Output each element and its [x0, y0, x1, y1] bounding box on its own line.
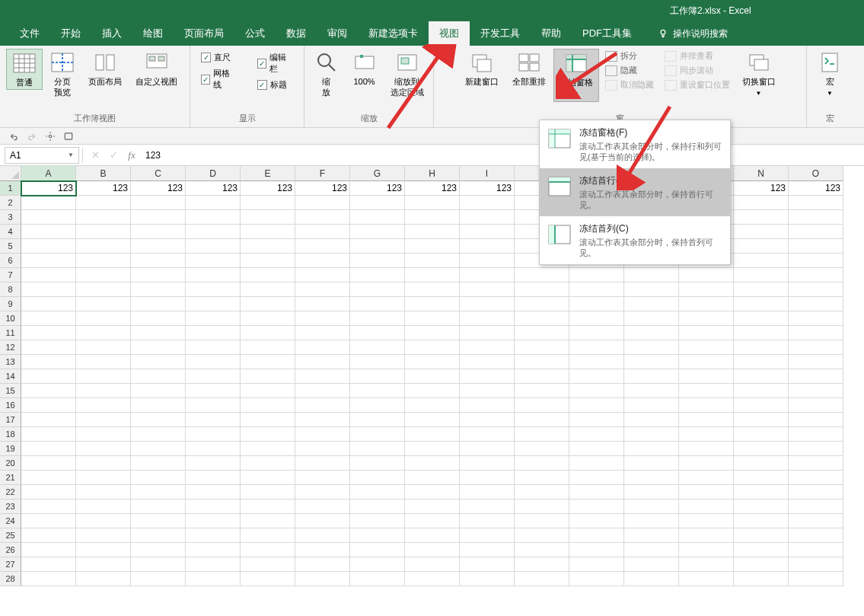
cell[interactable] — [76, 355, 131, 369]
cell[interactable] — [241, 196, 295, 210]
new-window-button[interactable]: 新建窗口 — [459, 49, 505, 88]
cell[interactable] — [186, 427, 241, 442]
cell[interactable] — [734, 210, 789, 225]
cell[interactable] — [131, 282, 186, 297]
page-layout-view-button[interactable]: 页面布局 — [82, 49, 128, 88]
cell[interactable] — [350, 543, 405, 557]
cell[interactable] — [76, 297, 131, 311]
page-break-preview-button[interactable]: 分页 预览 — [44, 49, 81, 99]
cell[interactable] — [569, 471, 624, 485]
cell[interactable] — [76, 485, 131, 500]
cell[interactable] — [734, 572, 789, 586]
cell[interactable] — [734, 500, 789, 514]
cell[interactable] — [789, 557, 843, 572]
cell[interactable] — [350, 326, 405, 340]
tab-new[interactable]: 新建选项卡 — [358, 21, 429, 46]
cell[interactable] — [295, 442, 350, 456]
cell[interactable] — [241, 254, 295, 268]
cell[interactable] — [569, 514, 624, 528]
cell[interactable] — [131, 413, 186, 427]
cell[interactable] — [679, 471, 734, 485]
cell[interactable] — [21, 471, 76, 485]
cell[interactable] — [186, 471, 241, 485]
cell[interactable] — [131, 528, 186, 543]
cell[interactable] — [679, 456, 734, 471]
tab-pdf[interactable]: PDF工具集 — [572, 21, 642, 46]
cell[interactable] — [789, 282, 843, 297]
cell[interactable] — [460, 500, 515, 514]
cell[interactable] — [186, 398, 241, 413]
cell[interactable] — [789, 340, 843, 355]
cell[interactable] — [131, 254, 186, 268]
touch-mode-button[interactable] — [41, 129, 59, 143]
cell[interactable] — [350, 557, 405, 572]
tab-help[interactable]: 帮助 — [531, 21, 572, 46]
cell[interactable] — [405, 456, 460, 471]
tab-formulas[interactable]: 公式 — [234, 21, 276, 46]
cell[interactable] — [734, 369, 789, 384]
cell[interactable] — [295, 528, 350, 543]
cell[interactable] — [569, 268, 624, 282]
cell[interactable] — [734, 254, 789, 268]
column-header[interactable]: N — [734, 166, 789, 181]
cell[interactable] — [679, 413, 734, 427]
cell[interactable]: 123 — [131, 181, 186, 196]
cell[interactable]: 123 — [350, 181, 405, 196]
cell[interactable] — [76, 398, 131, 413]
row-header[interactable]: 5 — [0, 239, 21, 254]
cell[interactable] — [679, 340, 734, 355]
cell[interactable] — [295, 340, 350, 355]
cell[interactable] — [569, 543, 624, 557]
cell[interactable] — [241, 311, 295, 326]
cell[interactable] — [186, 355, 241, 369]
cell[interactable] — [76, 239, 131, 254]
cell[interactable] — [515, 297, 569, 311]
cell[interactable] — [734, 543, 789, 557]
cell[interactable] — [569, 355, 624, 369]
cell[interactable] — [789, 254, 843, 268]
cell[interactable] — [789, 442, 843, 456]
cell[interactable] — [569, 326, 624, 340]
cell[interactable] — [295, 282, 350, 297]
split-button[interactable]: 拆分 — [605, 50, 654, 62]
cell[interactable] — [241, 210, 295, 225]
freeze-panes-button[interactable]: 冻结窗格 ▼ — [553, 49, 599, 102]
cell[interactable] — [295, 369, 350, 384]
formula-bar-checkbox[interactable]: 编辑栏 — [257, 52, 294, 75]
cell[interactable] — [186, 500, 241, 514]
cell[interactable] — [405, 413, 460, 427]
cell[interactable] — [76, 572, 131, 586]
cell[interactable] — [515, 557, 569, 572]
cell[interactable] — [295, 572, 350, 586]
column-header[interactable]: F — [295, 166, 350, 181]
cell[interactable] — [295, 196, 350, 210]
cell[interactable] — [624, 456, 679, 471]
tab-developer[interactable]: 开发工具 — [470, 21, 531, 46]
cell[interactable] — [295, 326, 350, 340]
cell[interactable] — [241, 239, 295, 254]
cell[interactable] — [131, 297, 186, 311]
redo-button[interactable] — [23, 129, 41, 143]
cell[interactable] — [21, 268, 76, 282]
name-box[interactable]: A1 ▼ — [5, 147, 79, 164]
cell[interactable] — [460, 514, 515, 528]
qat-button[interactable] — [59, 129, 78, 143]
cell[interactable] — [241, 340, 295, 355]
cell[interactable] — [624, 442, 679, 456]
cell[interactable] — [789, 225, 843, 239]
cell[interactable] — [21, 254, 76, 268]
cell[interactable] — [241, 355, 295, 369]
cell[interactable] — [789, 311, 843, 326]
row-header[interactable]: 2 — [0, 196, 21, 210]
zoom-selection-button[interactable]: 缩放到 选定区域 — [384, 49, 430, 99]
tab-review[interactable]: 审阅 — [317, 21, 358, 46]
cell[interactable] — [241, 384, 295, 398]
cell[interactable] — [350, 471, 405, 485]
row-header[interactable]: 8 — [0, 282, 21, 297]
cell[interactable] — [241, 528, 295, 543]
cell[interactable] — [241, 427, 295, 442]
cell[interactable] — [679, 514, 734, 528]
cell[interactable] — [21, 210, 76, 225]
cell[interactable] — [21, 196, 76, 210]
cell[interactable] — [295, 500, 350, 514]
